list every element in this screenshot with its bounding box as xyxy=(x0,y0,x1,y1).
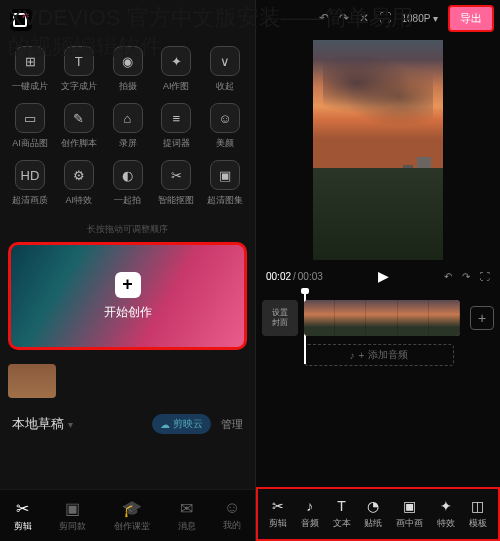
tool-label: 录屏 xyxy=(119,137,137,150)
gallery-thumb[interactable] xyxy=(8,364,56,398)
tool-label: 提词器 xyxy=(163,137,190,150)
tool-label: AI作图 xyxy=(163,80,190,93)
tool-label: 拍摄 xyxy=(119,80,137,93)
manage-button[interactable]: 管理 xyxy=(221,417,243,432)
tool-label: 创作脚本 xyxy=(61,137,97,150)
edit-label: 画中画 xyxy=(396,517,423,530)
home-panel: ⊞一键成片T文字成片◉拍摄✦AI作图∨收起▭AI商品图✎创作脚本⌂录屏≡提词器☺… xyxy=(0,0,255,541)
bottom-nav: ✂剪辑▣剪同款🎓创作课堂✉消息☺我的 xyxy=(0,489,255,541)
cloud-icon: ☁ xyxy=(160,419,170,430)
undo-small-icon[interactable]: ↶ xyxy=(444,271,452,282)
tool-一起拍[interactable]: ◐一起拍 xyxy=(106,160,150,207)
nav-剪辑[interactable]: ✂剪辑 xyxy=(14,499,32,533)
edit-特效[interactable]: ✦特效 xyxy=(437,498,455,530)
draft-title[interactable]: 本地草稿▾ xyxy=(12,415,73,433)
edit-文本[interactable]: T文本 xyxy=(333,498,351,530)
tool-icon: ⌂ xyxy=(113,103,143,133)
edit-icon: ◫ xyxy=(471,498,484,514)
tool-label: 智能抠图 xyxy=(158,194,194,207)
nav-label: 剪辑 xyxy=(14,520,32,533)
tool-智能抠图[interactable]: ✂智能抠图 xyxy=(154,160,198,207)
tool-超清画质[interactable]: HD超清画质 xyxy=(8,160,52,207)
edit-剪辑[interactable]: ✂剪辑 xyxy=(269,498,287,530)
nav-消息[interactable]: ✉消息 xyxy=(178,499,196,533)
edit-label: 音频 xyxy=(301,517,319,530)
tool-label: 超清画质 xyxy=(12,194,48,207)
nav-icon: 🎓 xyxy=(122,499,142,518)
play-button[interactable]: ▶ xyxy=(378,268,389,284)
overlay-title: XVDEVIOS 官方中文版安装——简单易用的视频编辑软件 xyxy=(8,4,428,61)
tool-label: AI商品图 xyxy=(12,137,48,150)
edit-icon: ✦ xyxy=(440,498,452,514)
tool-grid: ⊞一键成片T文字成片◉拍摄✦AI作图∨收起▭AI商品图✎创作脚本⌂录屏≡提词器☺… xyxy=(0,40,255,221)
add-clip-button[interactable]: + xyxy=(470,306,494,330)
edit-模板[interactable]: ◫模板 xyxy=(469,498,487,530)
set-cover-button[interactable]: 设置封面 xyxy=(262,300,298,336)
tool-label: 一起拍 xyxy=(114,194,141,207)
edit-icon: ✂ xyxy=(272,498,284,514)
edit-音频[interactable]: ♪音频 xyxy=(301,498,319,530)
nav-创作课堂[interactable]: 🎓创作课堂 xyxy=(114,499,150,533)
tool-创作脚本[interactable]: ✎创作脚本 xyxy=(57,103,101,150)
edit-toolbar: ✂剪辑♪音频T文本◔贴纸▣画中画✦特效◫模板 xyxy=(256,487,500,541)
tool-icon: ☺ xyxy=(210,103,240,133)
nav-icon: ☺ xyxy=(224,499,240,517)
editor-panel: ↶ ↷ ✕ ⛶ 1080P ▾ 导出 00:02/00:03 ▶ ↶ ↷ ⛶ xyxy=(255,0,500,541)
time-display: 00:02/00:03 xyxy=(266,271,323,282)
tool-AI商品图[interactable]: ▭AI商品图 xyxy=(8,103,52,150)
tool-label: 超清图集 xyxy=(207,194,243,207)
edit-label: 剪辑 xyxy=(269,517,287,530)
tool-label: 文字成片 xyxy=(61,80,97,93)
tool-label: 一键成片 xyxy=(12,80,48,93)
nav-label: 我的 xyxy=(223,519,241,532)
tool-AI特效[interactable]: ⚙AI特效 xyxy=(57,160,101,207)
nav-label: 消息 xyxy=(178,520,196,533)
edit-label: 文本 xyxy=(333,517,351,530)
add-audio-track[interactable]: ♪+ 添加音频 xyxy=(304,344,454,366)
tool-美颜[interactable]: ☺美颜 xyxy=(203,103,247,150)
tool-icon: ≡ xyxy=(161,103,191,133)
tool-icon: ✎ xyxy=(64,103,94,133)
redo-small-icon[interactable]: ↷ xyxy=(462,271,470,282)
nav-icon: ✉ xyxy=(180,499,193,518)
cloud-button[interactable]: ☁剪映云 xyxy=(152,414,211,434)
tool-icon: ◐ xyxy=(113,160,143,190)
tool-超清图集[interactable]: ▣超清图集 xyxy=(203,160,247,207)
start-create-label: 开始创作 xyxy=(104,304,152,321)
nav-icon: ✂ xyxy=(16,499,29,518)
tool-icon: ▣ xyxy=(210,160,240,190)
tool-label: AI特效 xyxy=(65,194,92,207)
edit-icon: T xyxy=(337,498,346,514)
tool-icon: HD xyxy=(15,160,45,190)
edit-icon: ♪ xyxy=(306,498,313,514)
nav-label: 剪同款 xyxy=(59,520,86,533)
nav-label: 创作课堂 xyxy=(114,520,150,533)
music-icon: ♪ xyxy=(350,350,355,361)
edit-icon: ▣ xyxy=(403,498,416,514)
video-clip[interactable] xyxy=(304,300,460,336)
export-button[interactable]: 导出 xyxy=(448,5,494,32)
edit-贴纸[interactable]: ◔贴纸 xyxy=(364,498,382,530)
start-create-card[interactable]: + 开始创作 xyxy=(8,242,247,350)
gallery-strip[interactable] xyxy=(8,364,247,398)
tool-icon: ✂ xyxy=(161,160,191,190)
edit-icon: ◔ xyxy=(367,498,379,514)
edit-画中画[interactable]: ▣画中画 xyxy=(396,498,423,530)
timeline[interactable]: 设置封面 + ♪+ 添加音频 xyxy=(256,292,500,366)
expand-icon[interactable]: ⛶ xyxy=(480,271,490,282)
tool-label: 收起 xyxy=(216,80,234,93)
video-preview[interactable] xyxy=(313,40,443,260)
chevron-down-icon: ▾ xyxy=(68,419,73,430)
plus-icon: + xyxy=(115,272,141,298)
tool-icon: ▭ xyxy=(15,103,45,133)
edit-label: 特效 xyxy=(437,517,455,530)
edit-label: 模板 xyxy=(469,517,487,530)
drag-hint: 长按拖动可调整顺序 xyxy=(0,223,255,236)
nav-icon: ▣ xyxy=(65,499,80,518)
tool-icon: ⚙ xyxy=(64,160,94,190)
tool-提词器[interactable]: ≡提词器 xyxy=(154,103,198,150)
nav-我的[interactable]: ☺我的 xyxy=(223,499,241,532)
tool-录屏[interactable]: ⌂录屏 xyxy=(106,103,150,150)
edit-label: 贴纸 xyxy=(364,517,382,530)
nav-剪同款[interactable]: ▣剪同款 xyxy=(59,499,86,533)
